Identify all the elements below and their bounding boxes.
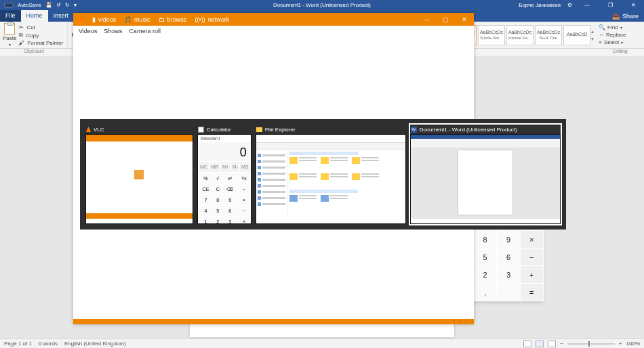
vlc-close-button[interactable]: ✕ [455,16,474,23]
zoom-level[interactable]: 100% [626,341,640,347]
vlc-subtab-shows[interactable]: Shows [104,28,122,35]
task-item-vlc[interactable]: VLC · · · [85,125,193,224]
calc-key: 8 [214,195,222,206]
vlc-cone-icon [77,16,84,23]
word-count[interactable]: 0 words [39,341,58,347]
search-icon: 🔍 [599,24,605,30]
page-indicator[interactable]: Page 1 of 1 [4,341,32,347]
format-painter-button[interactable]: 🖌Format Painter [19,40,63,46]
tab-home[interactable]: Home [21,10,48,22]
word-restore-button[interactable]: ❐ [602,2,618,8]
calc-ms: MS [239,162,250,173]
chevron-down-icon: ▾ [620,25,622,30]
task-title: VLC [94,127,104,133]
calc-key-2[interactable]: 2 [474,266,497,284]
copy-button[interactable]: ⧉Copy [19,32,63,39]
word-window-title: Document1 - Word (Unlicensed Product) [273,2,371,8]
cursor-icon: ⌖ [599,39,602,46]
view-print-icon[interactable] [536,341,544,347]
replace-button[interactable]: ↔Replace [599,32,642,38]
style-intense-ref[interactable]: AaBbCcDcIntense Re… [506,25,534,45]
calc-key-3[interactable]: 3 [497,266,520,284]
vlc-tab-browse[interactable]: 🗀browse [159,16,187,23]
calc-key: 9 [222,195,238,206]
calc-key-minus[interactable]: − [520,248,543,266]
share-icon: 📤 [612,13,620,20]
vlc-subtab-camera[interactable]: Camera roll [129,28,161,35]
vlc-tab-music[interactable]: 🎵music [124,16,150,23]
style-book-title[interactable]: AaBbCcDcBook Title [535,25,562,45]
video-icon: ▮ [92,16,96,23]
styles-scroll[interactable]: ▴▾ [591,28,597,42]
drop-icon [134,170,144,179]
cut-button[interactable]: ✂Cut [19,24,63,30]
folder-icon [256,127,262,132]
vlc-minimize-button[interactable]: — [417,16,436,23]
style-caption: Intense Re… [507,35,533,40]
calc-key: CE [198,184,214,195]
clipboard-caption: Clipboard [0,49,68,56]
calc-key-9[interactable]: 9 [497,231,520,248]
calc-key-equals[interactable]: = [520,284,543,301]
calc-key: % [198,173,214,184]
calc-key: 4 [198,206,214,217]
thumbnail [256,134,406,224]
select-button[interactable]: ⌖Select▾ [599,39,642,46]
style-sample: AaBbCcDc [508,30,531,35]
select-label: Select [604,39,619,45]
style-sample: AaBbCcD [567,32,588,37]
calc-key-5[interactable]: 5 [474,248,497,266]
calc-key-8[interactable]: 8 [474,231,497,248]
calc-key-6[interactable]: 6 [497,248,520,266]
vlc-subtabs: Videos Shows Camera roll [73,26,474,37]
autosave-toggle[interactable] [4,3,14,7]
task-title: Calculator [207,127,231,133]
paste-icon [4,23,15,35]
word-minimize-button[interactable]: — [579,2,595,8]
user-name[interactable]: Борче Јанковски [519,2,561,8]
calc-key: 2 [214,217,222,225]
word-close-button[interactable]: ✕ [625,2,641,8]
calc-key-multiply[interactable]: × [520,231,543,248]
task-item-file-explorer[interactable]: File Explorer [256,125,406,224]
qat-save-icon[interactable]: 💾 [45,2,52,8]
task-item-word[interactable]: WDocument1 - Word (Unlicensed Product) [410,125,561,224]
style-subtle-ref[interactable]: AaBbCcDcSubtle Ref… [478,25,505,45]
qat-more-icon[interactable]: ▾ [74,2,77,8]
vlc-titlebar: ▮videos 🎵music 🗀browse ((•))network — ▢ … [73,13,474,26]
view-read-icon[interactable] [523,341,531,347]
vlc-maximize-button[interactable]: ▢ [436,16,455,23]
calc-mode: Standard [198,135,251,142]
user-settings-icon[interactable]: ⚙ [567,2,572,8]
editing-caption: Editing [597,49,644,56]
zoom-slider[interactable] [567,343,615,345]
find-button[interactable]: 🔍Find▾ [599,24,642,30]
tab-file[interactable]: File [0,10,21,22]
style-sample: AaBbCcDc [537,30,560,35]
autosave-label: AutoSave [18,2,41,8]
thumbnail [410,134,561,224]
thumbnail: · · · [85,134,193,224]
calc-mminus: M- [230,162,239,173]
language-indicator[interactable]: English (United Kingdom) [64,341,126,347]
vlc-tab-network[interactable]: ((•))network [195,16,230,23]
qat-redo-icon[interactable]: ↻ [65,2,70,8]
view-web-icon[interactable] [548,341,556,347]
zoom-in-button[interactable]: + [619,341,622,347]
style-more[interactable]: AaBbCcD [563,25,590,45]
calc-key-empty [497,284,520,301]
qat-undo-icon[interactable]: ↺ [56,2,61,8]
share-button[interactable]: Share [622,13,639,20]
task-item-calculator[interactable]: Calculator Standard 0 MCMRM+M-MS %√x²¹/x… [197,125,251,224]
calc-key-plus[interactable]: + [520,266,543,284]
replace-label: Replace [606,32,626,38]
tab-insert[interactable]: Insert [48,10,75,22]
calc-key: 5 [214,206,222,217]
vlc-tab-videos[interactable]: ▮videos [92,16,116,23]
zoom-out-button[interactable]: − [560,341,563,347]
calc-key-comma[interactable]: , [474,284,497,301]
paste-button[interactable]: Paste ▾ [3,23,16,47]
vlc-subtab-videos[interactable]: Videos [79,28,97,35]
resize-grip-icon[interactable]: ⋮⋮⋮ [451,319,470,324]
style-sample: AaBbCcDc [480,30,503,35]
